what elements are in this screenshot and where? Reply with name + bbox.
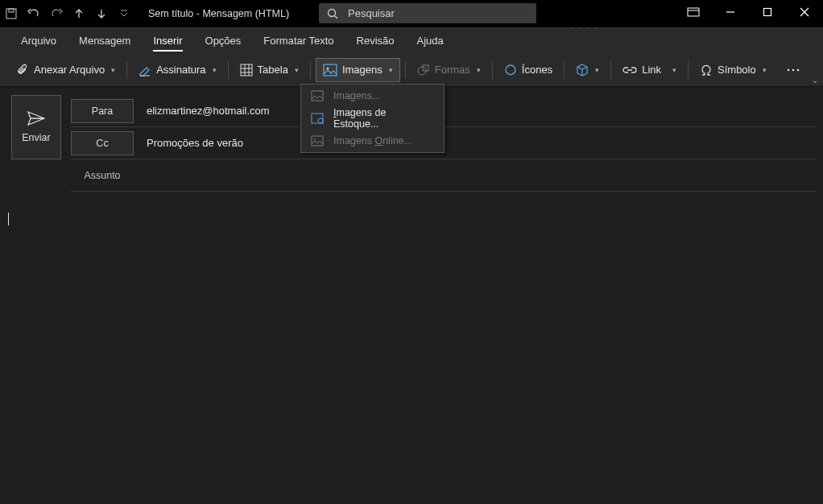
paperclip-icon (16, 64, 29, 76)
svg-rect-26 (324, 64, 337, 76)
shapes-icon (417, 64, 430, 76)
svg-point-32 (797, 69, 800, 72)
maximize-button[interactable] (749, 0, 786, 24)
search-icon (327, 8, 338, 19)
stock-picture-icon (311, 113, 324, 124)
svg-line-13 (335, 15, 338, 19)
images-label: Imagens (342, 64, 383, 76)
subject-field[interactable] (145, 168, 817, 182)
svg-point-27 (326, 67, 329, 69)
icons-button[interactable]: Ícones (498, 58, 559, 82)
tab-ajuda[interactable]: Ajuda (405, 28, 454, 54)
ribbon-display-button[interactable] (675, 0, 712, 24)
shapes-label: Formas (435, 64, 470, 76)
send-button[interactable]: Enviar (11, 95, 61, 159)
svg-point-12 (329, 9, 336, 16)
attach-file-label: Anexar Arquivo (34, 64, 105, 76)
svg-rect-10 (9, 9, 14, 12)
dropdown-item-online-images[interactable]: Imagens Online... (301, 130, 444, 152)
svg-rect-33 (312, 91, 323, 101)
divider (492, 61, 493, 79)
prev-item-button[interactable] (68, 0, 90, 27)
online-picture-icon (311, 135, 324, 147)
divider (126, 61, 127, 79)
qat-customize-button[interactable] (116, 10, 132, 18)
svg-rect-21 (241, 64, 252, 76)
link-label: Link (642, 64, 661, 76)
next-item-button[interactable] (90, 0, 113, 27)
svg-rect-9 (6, 9, 16, 19)
signature-icon (139, 64, 151, 76)
picture-icon (311, 90, 324, 101)
title-bar: Sem título - Mensagem (HTML) (0, 0, 823, 27)
svg-line-36 (322, 122, 324, 124)
icons-label: Ícones (522, 64, 552, 76)
window-title: Sem título - Mensagem (HTML) (148, 8, 289, 19)
divider (688, 61, 689, 79)
link-button[interactable]: Link▾ (616, 58, 683, 82)
collapse-ribbon-button[interactable]: ⌄ (812, 76, 818, 85)
dropdown-item-label: Imagens... (333, 90, 380, 101)
divider (228, 61, 229, 79)
shapes-button[interactable]: Formas▾ (411, 58, 487, 82)
cube-icon (576, 64, 589, 76)
divider (310, 61, 311, 79)
ribbon-overflow-button[interactable] (786, 53, 800, 87)
dropdown-item-images[interactable]: Imagens... (301, 85, 444, 107)
redo-button[interactable] (45, 0, 68, 27)
ribbon: Anexar Arquivo▾ Assinatura▾ Tabela▾ Imag… (0, 53, 823, 87)
icons-icon (504, 64, 517, 76)
table-icon (240, 64, 253, 76)
svg-rect-14 (688, 8, 699, 16)
tab-arquivo[interactable]: Arquivo (10, 28, 68, 54)
divider (610, 61, 611, 79)
dropdown-item-label: Imagens de Estoque... (333, 107, 434, 130)
to-field[interactable] (145, 104, 817, 118)
save-button[interactable] (0, 0, 23, 27)
dropdown-item-stock-images[interactable]: Imagens de Estoque... (301, 107, 444, 130)
dropdown-item-label: Imagens Online... (333, 135, 412, 147)
tab-inserir[interactable]: Inserir (142, 28, 193, 54)
quick-access-toolbar (0, 0, 132, 27)
minimize-button[interactable] (712, 0, 749, 24)
signature-label: Assinatura (156, 64, 205, 76)
table-button[interactable]: Tabela▾ (234, 58, 305, 82)
link-icon (622, 64, 637, 76)
images-dropdown: Imagens... Imagens de Estoque... Imagens… (300, 84, 445, 153)
send-label: Enviar (22, 132, 50, 143)
svg-point-31 (792, 69, 795, 72)
symbol-label: Símbolo (718, 64, 756, 76)
tab-opcoes[interactable]: Opções (194, 28, 253, 54)
svg-point-30 (788, 69, 790, 72)
divider (564, 61, 565, 79)
text-cursor (8, 213, 9, 225)
divider (405, 61, 406, 79)
tab-formatar-texto[interactable]: Formatar Texto (252, 28, 345, 54)
undo-button[interactable] (23, 0, 45, 27)
svg-rect-17 (764, 9, 771, 16)
attach-file-button[interactable]: Anexar Arquivo▾ (10, 58, 122, 82)
cc-button[interactable]: Cc (71, 131, 134, 155)
ribbon-tabs: Arquivo Mensagem Inserir Opções Formatar… (0, 27, 823, 53)
close-button[interactable] (786, 0, 823, 24)
subject-row: Assunto (71, 159, 817, 192)
send-icon (27, 111, 45, 126)
symbol-button[interactable]: Símbolo▾ (693, 58, 773, 82)
picture-icon (323, 64, 337, 76)
subject-label: Assunto (71, 170, 134, 181)
omega-icon (700, 64, 713, 76)
table-label: Tabela (258, 64, 288, 76)
signature-button[interactable]: Assinatura▾ (132, 58, 222, 82)
to-button[interactable]: Para (71, 99, 134, 123)
svg-rect-37 (312, 136, 323, 146)
tab-mensagem[interactable]: Mensagem (68, 28, 142, 54)
models-button[interactable]: ▾ (569, 58, 606, 82)
images-button[interactable]: Imagens▾ (316, 58, 400, 82)
message-body[interactable] (0, 192, 823, 504)
search-box[interactable] (319, 3, 536, 23)
search-input[interactable] (346, 6, 536, 20)
window-controls (675, 0, 823, 27)
svg-point-38 (314, 138, 316, 140)
tab-revisao[interactable]: Revisão (345, 28, 406, 54)
cc-field[interactable] (145, 136, 817, 150)
